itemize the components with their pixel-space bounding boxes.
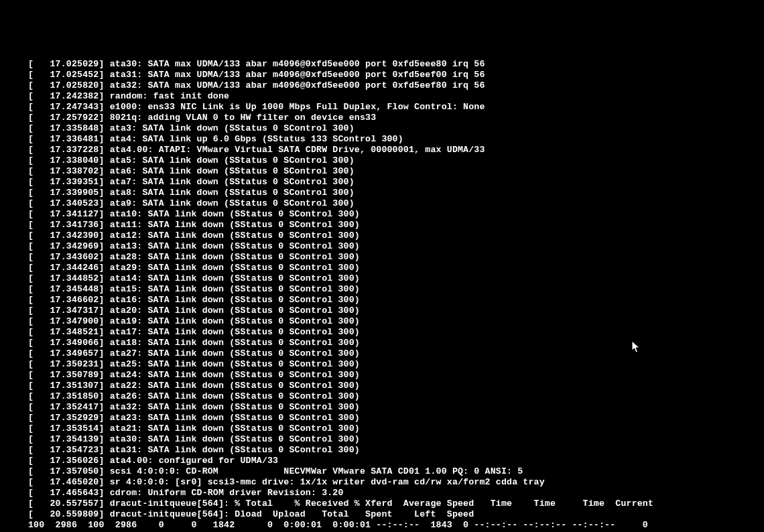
terminal-line: [ 17.350789] ata24: SATA link down (SSta… bbox=[28, 370, 764, 381]
terminal-line: [ 17.342969] ata13: SATA link down (SSta… bbox=[28, 241, 764, 252]
terminal-line: [ 17.357050] scsi 4:0:0:0: CD-ROM NECVMW… bbox=[28, 466, 764, 477]
terminal-line: [ 17.342390] ata12: SATA link down (SSta… bbox=[28, 230, 764, 241]
terminal-line: [ 17.025820] ata32: SATA max UDMA/133 ab… bbox=[28, 80, 764, 91]
terminal-line: [ 17.340523] ata9: SATA link down (SStat… bbox=[28, 198, 764, 209]
terminal-line: 100 2986 100 2986 0 0 1842 0 0:00:01 0:0… bbox=[28, 520, 764, 531]
terminal-line: [ 17.351850] ata26: SATA link down (SSta… bbox=[28, 391, 764, 402]
terminal-line: [ 17.351307] ata22: SATA link down (SSta… bbox=[28, 381, 764, 391]
terminal-line: [ 20.559809] dracut-initqueue[564]: Dloa… bbox=[28, 509, 764, 520]
terminal-line: [ 17.347900] ata19: SATA link down (SSta… bbox=[28, 316, 764, 327]
terminal-line: [ 17.349657] ata27: SATA link down (SSta… bbox=[28, 348, 764, 359]
terminal-line: [ 17.348521] ata17: SATA link down (SSta… bbox=[28, 327, 764, 338]
terminal-line: [ 17.341127] ata10: SATA link down (SSta… bbox=[28, 209, 764, 220]
terminal-line: [ 17.354723] ata31: SATA link down (SSta… bbox=[28, 445, 764, 456]
terminal-line: [ 17.349066] ata18: SATA link down (SSta… bbox=[28, 338, 764, 348]
terminal-line: [ 17.352417] ata32: SATA link down (SSta… bbox=[28, 402, 764, 413]
terminal-line: [ 17.337228] ata4.00: ATAPI: VMware Virt… bbox=[28, 145, 764, 155]
terminal-line: [ 17.344852] ata14: SATA link down (SSta… bbox=[28, 273, 764, 284]
terminal-line: [ 17.354139] ata30: SATA link down (SSta… bbox=[28, 434, 764, 445]
terminal-line: [ 17.347317] ata20: SATA link down (SSta… bbox=[28, 306, 764, 316]
terminal-line: [ 17.465020] sr 4:0:0:0: [sr0] scsi3-mmc… bbox=[28, 477, 764, 488]
terminal-line: [ 17.339351] ata7: SATA link down (SStat… bbox=[28, 177, 764, 188]
terminal-line: [ 17.465643] cdrom: Uniform CD-ROM drive… bbox=[28, 488, 764, 498]
terminal-line: [ 17.345448] ata15: SATA link down (SSta… bbox=[28, 284, 764, 295]
terminal-line: [ 17.352929] ata23: SATA link down (SSta… bbox=[28, 413, 764, 423]
terminal-line: [ 17.338702] ata6: SATA link down (SStat… bbox=[28, 166, 764, 177]
terminal-line: [ 17.335848] ata3: SATA link down (SStat… bbox=[28, 123, 764, 134]
terminal-line: [ 17.346602] ata16: SATA link down (SSta… bbox=[28, 295, 764, 306]
terminal-line: [ 17.025029] ata30: SATA max UDMA/133 ab… bbox=[28, 59, 764, 70]
terminal-line: [ 20.557557] dracut-initqueue[564]: % To… bbox=[28, 498, 764, 509]
terminal-line: [ 17.356026] ata4.00: configured for UDM… bbox=[28, 456, 764, 466]
terminal-line: [ 17.338040] ata5: SATA link down (SStat… bbox=[28, 155, 764, 166]
terminal-line: [ 17.350231] ata25: SATA link down (SSta… bbox=[28, 359, 764, 370]
terminal-line: [ 17.343602] ata28: SATA link down (SSta… bbox=[28, 252, 764, 263]
terminal-line: [ 17.341736] ata11: SATA link down (SSta… bbox=[28, 220, 764, 230]
terminal-line: [ 17.339905] ata8: SATA link down (SStat… bbox=[28, 188, 764, 198]
terminal-output: [ 17.025029] ata30: SATA max UDMA/133 ab… bbox=[28, 59, 764, 532]
terminal-line: [ 17.353514] ata21: SATA link down (SSta… bbox=[28, 423, 764, 434]
terminal-line: [ 17.257922] 8021q: adding VLAN 0 to HW … bbox=[28, 113, 764, 123]
terminal-line: [ 17.344246] ata29: SATA link down (SSta… bbox=[28, 263, 764, 273]
terminal-line: [ 17.025452] ata31: SATA max UDMA/133 ab… bbox=[28, 70, 764, 80]
terminal-line: [ 17.247343] e1000: ens33 NIC Link is Up… bbox=[28, 102, 764, 113]
terminal-line: [ 17.242382] random: fast init done bbox=[28, 91, 764, 102]
terminal-line: [ 17.336481] ata4: SATA link up 6.0 Gbps… bbox=[28, 134, 764, 145]
